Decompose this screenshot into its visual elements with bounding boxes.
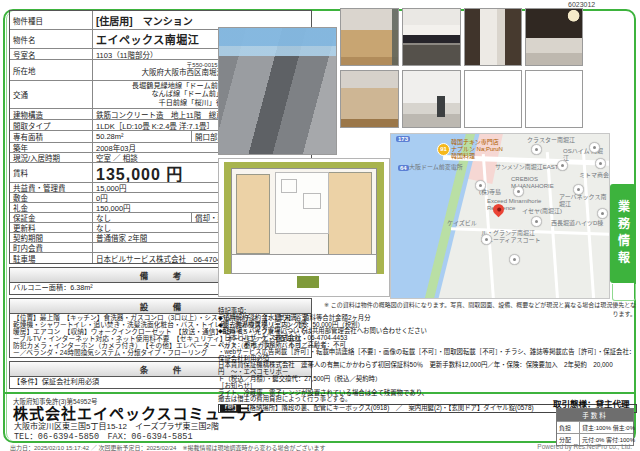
- key-storage-text: 【格納場所】階段の裏、配管にキーボックス(0918) ／ 案内用鍵(2)・【玄関…: [243, 405, 533, 412]
- row-label: 物件種目: [10, 11, 93, 29]
- floor-plan-fixture: [281, 179, 297, 193]
- row-label: 間取タイプ: [10, 120, 93, 130]
- row-label: 敷金: [10, 193, 93, 202]
- row-label: 号室名: [10, 49, 93, 59]
- row-label: 建物構造: [10, 109, 93, 119]
- commission-value: 貸主:100% 借主:0%: [580, 422, 637, 433]
- map-label: サンメゾン南堀江EAST: [495, 164, 559, 171]
- powered-by: Powered by Res:NetPro co., Ltd.: [537, 443, 632, 450]
- restaurant-pin-icon: 91: [437, 143, 450, 156]
- row-label: 保証金: [10, 213, 93, 222]
- special-note-line: 日本賃貸保証機構株式会社 連帯人の有無にかかわらず初回保証料50％ 更新手数料1…: [218, 362, 637, 376]
- poi-icon: [557, 160, 568, 171]
- row-label: 更新料: [10, 223, 93, 232]
- poi-icon: [513, 186, 524, 197]
- commission-label: 負担: [557, 422, 580, 433]
- document-number: 6023012: [565, 1, 598, 8]
- poi-icon: [589, 142, 600, 153]
- photo-bathroom: [525, 8, 583, 66]
- poi-icon: [531, 144, 542, 155]
- photo-entrance: [402, 70, 461, 128]
- row-label: 契約期間: [10, 233, 93, 242]
- photo-empty-slot: [464, 70, 522, 128]
- side-tab-business-info[interactable]: 業務情報: [610, 184, 636, 283]
- floor-plan-accent: [297, 276, 319, 288]
- floor-plan-fixture: [303, 193, 321, 209]
- row-label: 現況/入居時期: [10, 153, 93, 162]
- commission-row: 負担 貸主:100% 借主:0%: [557, 421, 633, 433]
- row-label: 専有面積: [10, 131, 93, 142]
- row-value: なし: [93, 213, 191, 222]
- row-label: 賃料: [10, 163, 93, 182]
- map-label: アーバネックス南堀江: [559, 194, 609, 208]
- map-label: 大阪ドーム前変電所: [409, 164, 463, 171]
- row-label: 所在地: [10, 60, 93, 80]
- photo-building-exterior: [218, 27, 337, 155]
- row-value: 50.28m²: [93, 131, 191, 142]
- special-note-line: ト（税込／月額）・鍵交換代：27,500円（税込／契約時）: [218, 376, 637, 383]
- row-label: 交通: [10, 81, 93, 108]
- photo-bedroom: [340, 70, 399, 128]
- poi-icon: [475, 180, 486, 191]
- route-badge-64: 64: [398, 165, 409, 171]
- floor-plan-room-right: [328, 172, 372, 260]
- map-label: クラスター南堀江: [527, 137, 575, 144]
- route-badge-173: 173: [396, 136, 410, 142]
- poi-icon: [509, 254, 520, 265]
- map-label: イセヤ(南堀江): [522, 208, 562, 215]
- floor-plan-balcony: [231, 254, 377, 274]
- poi-icon: [597, 208, 608, 219]
- poi-icon: [531, 216, 542, 227]
- floor-plan: [218, 158, 390, 297]
- photo-living-room: [340, 8, 399, 66]
- output-date-line: 出力日：2025/02/10 15:17:42 ／ 次回更新予定日：2025/0…: [10, 443, 325, 451]
- row-label: 共益費・管理費: [10, 183, 93, 192]
- poi-icon: [595, 158, 606, 169]
- commission-header: 手数料: [557, 409, 633, 421]
- row-label: 駐車場: [10, 253, 93, 263]
- photo-empty-slot: [525, 70, 583, 128]
- row-label: 築年: [10, 143, 93, 152]
- row-label: 町内会費: [10, 243, 93, 252]
- map-label: ケイズビル: [447, 220, 477, 227]
- property-sheet: 6023012 物件種目 [住居用] マンション 物件名 エイペックス南堀江 号…: [0, 0, 640, 451]
- map-label: 西長堀道ハイツD棟: [551, 220, 603, 227]
- row-label: 物件名: [10, 30, 93, 48]
- row-label: 礼金: [10, 203, 93, 212]
- photo-washroom-vanity: [464, 8, 522, 66]
- photo-kitchen: [402, 8, 461, 66]
- commission-table: 手数料 負担 貸主:100% 借主:0% 分配 元付:0% 客付:100%: [556, 408, 634, 446]
- floor-plan-room-left: [236, 174, 270, 254]
- photo-detail: [437, 96, 445, 117]
- map-label: ミトマ商会: [579, 172, 609, 179]
- company-tel-fax: TEL：06-6394-5850 FAX：06-6394-5851: [14, 429, 193, 442]
- poi-icon: [481, 234, 492, 245]
- location-map: 173 64 91 韓国チキン専門店 ナプルン Na;PuruN 韓国料理 大阪…: [390, 133, 610, 299]
- side-tab-shadow: [612, 284, 636, 301]
- poi-icon: [573, 184, 584, 195]
- map-label: 韓国チキン専門店 ナプルン Na;PuruN 韓国料理: [451, 139, 503, 160]
